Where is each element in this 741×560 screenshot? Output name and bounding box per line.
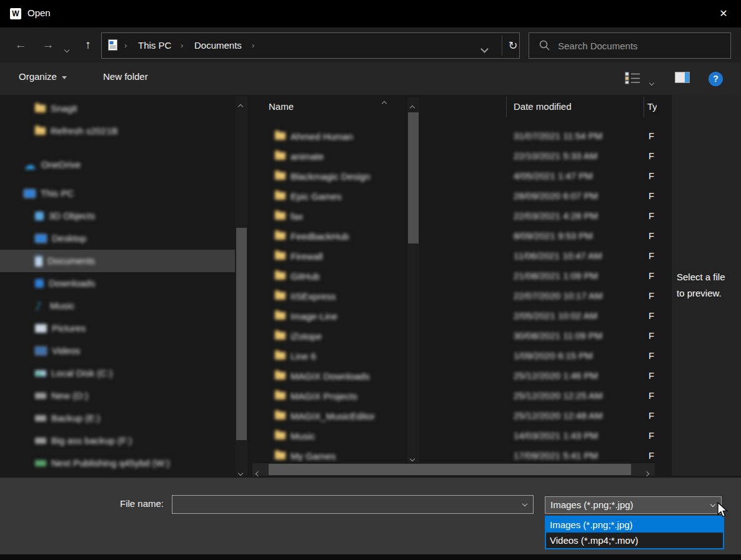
file-row[interactable]: iZotope 30/08/2021 11:09 PM F	[250, 326, 657, 346]
file-row[interactable]: Image-Line 2/05/2021 10:02 AM F	[250, 306, 657, 326]
sidebar-item-label: Local Disk (C:)	[51, 362, 112, 385]
file-row[interactable]: Line 6 1/09/2020 6:15 PM F	[250, 346, 657, 366]
refresh-button[interactable]: ↻	[507, 36, 519, 55]
type-cell: F	[649, 426, 654, 446]
sidebar-item[interactable]: ☁ OneDrive	[0, 154, 235, 176]
type-cell: F	[649, 146, 654, 166]
sidebar-item[interactable]: This PC	[0, 182, 235, 205]
redacted-content: Pictures	[0, 317, 235, 340]
sidebar-scrollbar-thumb[interactable]	[236, 228, 247, 440]
organize-button[interactable]: Organize	[19, 71, 67, 82]
search-box[interactable]	[529, 32, 731, 59]
sidebar-item[interactable]: Next Publishing q45ybd (W:)	[0, 452, 235, 474]
file-row[interactable]: animate 22/10/2021 5:33 AM F	[250, 146, 657, 166]
column-header-date-modified[interactable]: Date modified	[514, 101, 572, 112]
scroll-up-icon[interactable]	[239, 100, 242, 111]
file-list-vertical-scrollbar[interactable]	[407, 97, 419, 462]
help-button[interactable]: ?	[709, 72, 723, 86]
new-folder-button[interactable]: New folder	[103, 71, 148, 82]
views-dropdown-button[interactable]	[650, 76, 654, 87]
sidebar-item[interactable]: Backup (E:)	[0, 407, 235, 430]
folder-icon	[275, 312, 286, 320]
open-dialog: W Open ✕ ← → ↑ › This PC › Documents › ↻	[0, 0, 741, 560]
address-bar[interactable]: › This PC › Documents › ↻	[101, 32, 520, 59]
file-row[interactable]: Epic Games 28/09/2020 6:07 PM F	[250, 186, 657, 206]
views-button[interactable]	[625, 72, 641, 84]
file-name-combobox[interactable]	[172, 495, 534, 514]
sidebar-item[interactable]: Videos	[0, 340, 235, 362]
type-cell: F	[649, 246, 654, 266]
sidebar-item[interactable]: Big ass backup (F:)	[0, 430, 235, 452]
sidebar-item[interactable]: Snagit	[0, 97, 235, 120]
file-row[interactable]: MAGIX_MusicEditor 25/12/2020 12:48 AM F	[250, 406, 657, 426]
scroll-left-icon[interactable]	[256, 467, 260, 478]
forward-button[interactable]: →	[40, 36, 56, 54]
file-row[interactable]: FeedbackHub 8/09/2021 9:53 PM F	[250, 226, 657, 246]
column-header-name[interactable]: Name	[269, 101, 294, 112]
file-row[interactable]: Blackmagic Design 4/05/2021 1:47 PM F	[250, 166, 657, 186]
disk-c-icon	[35, 370, 46, 376]
breadcrumb-documents[interactable]: Documents	[194, 39, 242, 52]
column-divider[interactable]	[644, 97, 644, 117]
horizontal-scrollbar-thumb[interactable]	[269, 464, 631, 475]
sidebar-item[interactable]: Documents	[0, 250, 235, 272]
dialog-bottom-edge	[0, 554, 741, 560]
type-cell: F	[649, 166, 654, 186]
file-row[interactable]: Ahmed Human 31/07/2021 11:54 PM F	[250, 126, 657, 146]
breadcrumb-this-pc[interactable]: This PC	[138, 39, 171, 52]
address-dropdown-button[interactable]	[482, 43, 487, 54]
sidebar-item[interactable]: Refresh s2021B	[0, 120, 235, 142]
music-icon: ♪	[35, 300, 45, 312]
scroll-down-icon[interactable]	[410, 452, 414, 463]
vertical-scrollbar-thumb[interactable]	[408, 112, 419, 243]
folder-icon	[275, 172, 286, 180]
sidebar-item-label: Big ass backup (F:)	[51, 430, 132, 452]
chevron-down-icon[interactable]	[522, 501, 527, 506]
file-row[interactable]: MAGIX Downloads 25/12/2020 1:46 PM F	[250, 366, 657, 386]
redacted-content: MAGIX Downloads	[275, 366, 370, 386]
file-type-dropdown[interactable]: Images (*.png;*.jpg)	[545, 496, 722, 514]
file-row[interactable]: Firewall 11/06/2021 10:47 AM F	[250, 246, 657, 266]
scroll-down-icon[interactable]	[239, 466, 242, 478]
back-button[interactable]: ←	[12, 36, 29, 54]
file-row[interactable]: GitHub 21/08/2021 1:09 PM F	[250, 266, 657, 286]
sidebar-scrollbar[interactable]	[236, 96, 247, 476]
column-header-type[interactable]: Type	[647, 101, 657, 112]
scroll-up-icon[interactable]	[410, 101, 414, 112]
search-input[interactable]	[557, 36, 722, 56]
search-icon	[539, 40, 550, 51]
folder-icon	[275, 332, 286, 340]
file-row[interactable]: Music 14/03/2021 1:43 PM F	[250, 426, 657, 446]
sidebar-item[interactable]: Local Disk (C:)	[0, 362, 235, 385]
sidebar-item[interactable]: 3D Objects	[0, 205, 235, 227]
file-row[interactable]: MAGIX Projects 25/12/2020 12:25 AM F	[250, 386, 657, 406]
file-name-input[interactable]	[176, 497, 516, 512]
type-cell: F	[649, 366, 654, 386]
sidebar-item[interactable]: Pictures	[0, 317, 235, 340]
recent-locations-button[interactable]	[65, 43, 69, 54]
sidebar-item[interactable]: New (D:)	[0, 385, 235, 407]
sidebar-item[interactable]: Desktop	[0, 227, 235, 250]
close-button[interactable]: ✕	[714, 5, 734, 22]
sidebar-item[interactable]: Downloads	[0, 272, 235, 295]
file-type-option[interactable]: Images (*.png;*.jpg)	[546, 517, 723, 533]
file-row[interactable]: IISExpress 22/07/2020 10:17 AM F	[250, 286, 657, 306]
file-list-horizontal-scrollbar[interactable]	[252, 463, 655, 476]
up-button[interactable]: ↑	[80, 36, 96, 54]
redacted-content: MAGIX Projects	[275, 386, 357, 406]
file-row[interactable]: My Games 17/09/2021 5:41 PM F	[250, 446, 657, 462]
downloads-icon	[35, 279, 44, 288]
redacted-content: FeedbackHub	[275, 226, 349, 246]
navigation-sidebar: Snagit Refresh s2021B ☁ OneDrive This PC…	[0, 95, 235, 478]
scroll-right-icon[interactable]	[645, 467, 649, 478]
file-row[interactable]: fax 22/03/2021 4:28 PM F	[250, 206, 657, 226]
file-type-option[interactable]: Videos (*.mp4;*.mov)	[546, 533, 723, 548]
mouse-cursor-icon	[716, 502, 730, 518]
preview-pane-button[interactable]	[675, 72, 690, 83]
column-divider[interactable]	[506, 97, 507, 117]
redacted-content: iZotope	[275, 326, 322, 346]
sidebar-item-label: Backup (E:)	[51, 407, 100, 430]
breadcrumb-separator: ›	[124, 39, 127, 52]
chevron-down-icon	[480, 45, 489, 53]
sidebar-item[interactable]: ♪ Music	[0, 295, 235, 317]
